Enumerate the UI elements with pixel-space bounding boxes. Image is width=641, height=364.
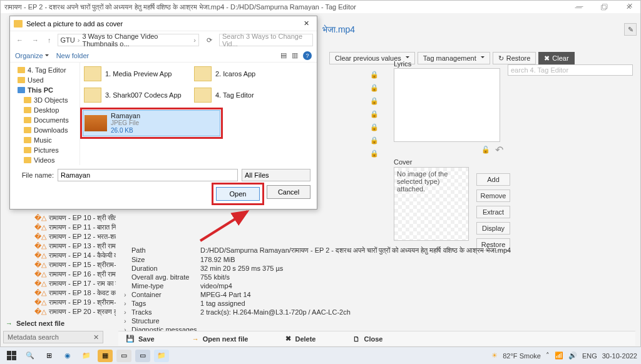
- tree-node[interactable]: This PC: [11, 85, 78, 95]
- folder-icon: [24, 137, 31, 143]
- edge-icon[interactable]: ◉: [60, 350, 75, 362]
- vlc-icon: �△: [34, 280, 46, 288]
- minimize-button[interactable]: —: [572, 2, 588, 10]
- tray-chevron-icon[interactable]: ˄: [546, 351, 550, 360]
- file-item-selected[interactable]: Ramayan JPEG File 26.0 KB: [83, 110, 220, 136]
- tree-node[interactable]: 3D Objects: [11, 95, 78, 105]
- outer-window-controls: — ▢ ✕: [572, 2, 638, 10]
- info-row: ›ContainerMPEG-4 Part 14: [124, 290, 633, 299]
- list-item[interactable]: �△रामायण - EP 18 - केवट का: [34, 288, 116, 298]
- add-button[interactable]: Add: [476, 173, 510, 186]
- metadata-search-input[interactable]: Metadata search✕: [3, 331, 103, 343]
- forward-icon[interactable]: →: [29, 36, 41, 44]
- tree-node[interactable]: 4. Tag Editor: [11, 65, 78, 75]
- folder-icon: [194, 88, 212, 103]
- explorer-icon[interactable]: 📁: [79, 350, 94, 362]
- list-item[interactable]: �△रामायण - EP 17 - राम का शृं: [34, 279, 116, 288]
- close-icon[interactable]: ✕: [299, 19, 313, 28]
- extract-button[interactable]: Extract: [476, 206, 510, 218]
- list-item[interactable]: �△रामायण - EP 20 - श्रवण कुम: [34, 307, 116, 316]
- list-item[interactable]: �△रामायण - EP 14 - कैकेयी क: [34, 251, 116, 260]
- lyrics-textarea[interactable]: [394, 68, 500, 142]
- undo-icon[interactable]: ↶: [495, 144, 503, 156]
- file-item[interactable]: 4. Tag Editor: [193, 86, 299, 104]
- search-input[interactable]: Search 3 Ways to Change Vid...: [219, 34, 313, 46]
- new-folder-button[interactable]: New folder: [56, 52, 90, 59]
- tree-node[interactable]: Videos: [11, 155, 78, 165]
- lock-icon: 🔒: [370, 84, 379, 93]
- weather-icon[interactable]: ☀: [491, 351, 498, 360]
- open-next-button[interactable]: →Open next file: [192, 335, 249, 343]
- language-indicator[interactable]: ENG: [582, 352, 597, 360]
- remove-button[interactable]: Remove: [476, 190, 510, 202]
- weather-text[interactable]: 82°F Smoke: [503, 352, 541, 360]
- refresh-icon[interactable]: ⟳: [203, 36, 215, 44]
- lock-icon[interactable]: 🔓: [481, 146, 490, 154]
- lock-icon: 🔒: [370, 110, 379, 119]
- app-icon[interactable]: ▭: [116, 350, 131, 362]
- tree-node[interactable]: Desktop: [11, 105, 78, 115]
- cover-section: Cover No image (of the selected type) at…: [394, 158, 469, 241]
- help-icon[interactable]: ?: [303, 51, 312, 60]
- clock[interactable]: 30-10-2022: [602, 352, 637, 360]
- close-button[interactable]: ✕: [622, 2, 638, 10]
- close-icon[interactable]: ✕: [93, 333, 99, 341]
- vlc-icon: �△: [34, 289, 46, 297]
- cancel-button[interactable]: Cancel: [267, 185, 310, 199]
- organize-menu[interactable]: Organize: [15, 52, 49, 59]
- folder-icon: [14, 20, 23, 28]
- list-item[interactable]: �△रामायण - EP 15 - श्रीराम-क: [34, 260, 116, 270]
- tree-node[interactable]: Music: [11, 135, 78, 145]
- info-row: ›Tracks2 track(s): H.264-Main@L3.1-720p …: [124, 308, 633, 316]
- up-icon[interactable]: ↑: [45, 36, 54, 44]
- preview-icon[interactable]: ▥: [292, 51, 298, 59]
- folder-icon: [24, 157, 31, 163]
- list-item[interactable]: �△रामायण - EP 10 - श्री सीता-: [34, 213, 116, 223]
- list-item[interactable]: �△रामायण - EP 19 - श्रीराम-वा: [34, 298, 116, 307]
- app-icon[interactable]: ▭: [135, 350, 150, 362]
- edit-icon[interactable]: ✎: [624, 23, 637, 36]
- dialog-title: Select a picture to add as cover: [26, 20, 123, 28]
- view-icon[interactable]: ▤: [280, 51, 287, 59]
- maximize-button[interactable]: ▢: [597, 2, 613, 10]
- select-next-file-button[interactable]: Select next file: [6, 320, 64, 327]
- info-row: PathD:/HDD/Sampurna Ramayan/रामायण - EP …: [124, 246, 633, 255]
- save-button[interactable]: 💾Save: [126, 335, 155, 343]
- file-item[interactable]: 2. Icaros App: [193, 65, 299, 83]
- explorer-running-icon[interactable]: 📁: [154, 350, 169, 362]
- open-button[interactable]: Open: [216, 187, 260, 201]
- file-info-table: PathD:/HDD/Sampurna Ramayan/रामायण - EP …: [124, 246, 633, 334]
- list-item[interactable]: �△रामायण - EP 16 - श्री राम-सी: [34, 270, 116, 279]
- filetype-select[interactable]: All Files: [242, 169, 310, 181]
- start-button[interactable]: [4, 350, 19, 362]
- breadcrumb[interactable]: GTU› 3 Ways to Change Video Thumbnails o…: [58, 34, 200, 46]
- restore-button[interactable]: ↻ Restore: [493, 52, 536, 64]
- delete-button[interactable]: ✖Delete: [285, 335, 315, 343]
- tree-node[interactable]: Pictures: [11, 145, 78, 155]
- search-icon[interactable]: 🔍: [23, 350, 38, 362]
- cover-buttons: AddRemoveExtractDisplayRestore: [476, 173, 510, 251]
- close-button[interactable]: 🗋Close: [353, 335, 382, 343]
- wifi-icon[interactable]: 📶: [555, 351, 563, 360]
- window-title: रामायण - EP 2 - दशरथ अपने चारों पुत्रों …: [4, 3, 570, 11]
- tag-search-input[interactable]: earch 4. Tag Editor: [508, 64, 633, 76]
- back-icon[interactable]: ←: [14, 36, 26, 44]
- list-item[interactable]: �△रामायण - EP 12 - भरत-शत्रु: [34, 232, 116, 241]
- tag-management-button[interactable]: Tag management: [418, 52, 490, 64]
- volume-icon[interactable]: 🔊: [568, 351, 577, 360]
- tree-node[interactable]: Documents: [11, 115, 78, 125]
- info-row: Mime-typevideo/mp4: [124, 281, 633, 290]
- app-icon[interactable]: ▦: [98, 350, 113, 362]
- tree-node[interactable]: Downloads: [11, 125, 78, 135]
- list-item[interactable]: �△रामायण - EP 11 - बारात नि: [34, 223, 116, 232]
- file-item[interactable]: 3. Shark007 Codecs App: [83, 86, 189, 104]
- folder-icon: [24, 107, 31, 113]
- file-item[interactable]: 1. Media Preview App: [83, 65, 189, 83]
- list-item[interactable]: �△रामायण - EP 13 - श्री राम के: [34, 241, 116, 251]
- tree-node[interactable]: Used: [11, 75, 78, 85]
- file-list: 1. Media Preview App2. Icaros App 3. Sha…: [80, 63, 317, 165]
- clear-button[interactable]: ✖ Clear: [538, 52, 574, 64]
- task-view-icon[interactable]: ⊞: [41, 350, 56, 362]
- display-button[interactable]: Display: [476, 222, 510, 235]
- filename-input[interactable]: [58, 169, 238, 181]
